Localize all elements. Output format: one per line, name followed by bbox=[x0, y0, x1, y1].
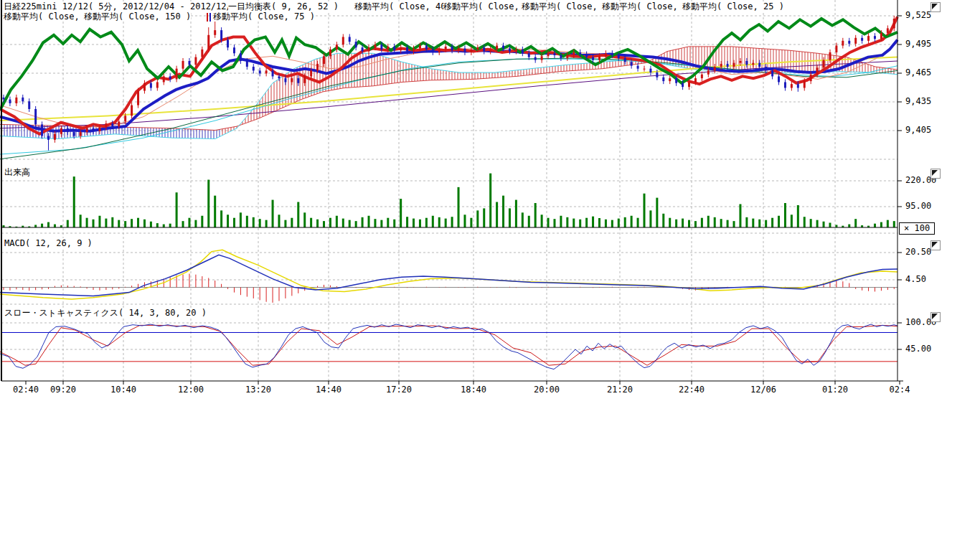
volume-bar bbox=[272, 200, 274, 227]
volume-bar bbox=[349, 220, 351, 227]
candle-body bbox=[451, 47, 453, 50]
candle-body bbox=[733, 63, 735, 67]
candle-body bbox=[118, 121, 120, 126]
candle-body bbox=[644, 69, 646, 70]
volume-bar bbox=[54, 225, 56, 227]
volume-bar bbox=[86, 218, 88, 227]
candle-body bbox=[131, 105, 133, 116]
candle-body bbox=[656, 72, 658, 77]
volume-bar bbox=[310, 218, 312, 227]
triangle-nw-icon bbox=[932, 4, 938, 9]
candle-body bbox=[553, 53, 555, 55]
candle-body bbox=[368, 47, 370, 51]
panel-collapse-icon[interactable] bbox=[930, 312, 941, 322]
volume-bar bbox=[265, 220, 268, 227]
candle-body bbox=[323, 56, 325, 64]
volume-bar bbox=[303, 212, 306, 227]
panel-collapse-icon[interactable] bbox=[930, 240, 941, 250]
volume-bar bbox=[669, 218, 671, 227]
candle-body bbox=[297, 78, 299, 83]
volume-bar bbox=[835, 225, 837, 227]
x-axis-label: 13:20 bbox=[245, 385, 271, 395]
stoch-percent-k bbox=[0, 324, 897, 369]
volume-bar bbox=[804, 217, 806, 227]
volume-bar bbox=[566, 217, 568, 227]
candle-body bbox=[714, 67, 716, 70]
panel-collapse-icon[interactable] bbox=[930, 169, 941, 179]
candle-body bbox=[797, 84, 799, 88]
volume-bar bbox=[522, 212, 524, 227]
volume-bar bbox=[253, 217, 255, 227]
candle-body bbox=[771, 70, 773, 76]
candle-body bbox=[752, 63, 754, 65]
candle-body bbox=[143, 83, 146, 91]
candle-body bbox=[355, 42, 357, 47]
volume-bar bbox=[98, 216, 100, 227]
x-axis-label: 02:4 bbox=[890, 385, 910, 395]
volume-bar bbox=[169, 224, 171, 227]
candle-body bbox=[528, 53, 530, 57]
volume-bar bbox=[528, 216, 530, 227]
candle-body bbox=[176, 69, 178, 80]
candle-body bbox=[80, 132, 82, 136]
panel-collapse-icon[interactable] bbox=[930, 2, 941, 12]
volume-bar bbox=[682, 219, 684, 227]
candle-body bbox=[662, 77, 664, 81]
candle-body bbox=[707, 70, 710, 74]
candle-body bbox=[682, 83, 684, 87]
x-axis-label: 01:20 bbox=[822, 385, 848, 395]
candle-body bbox=[893, 19, 895, 28]
volume-bar bbox=[592, 217, 594, 227]
candle-body bbox=[598, 56, 600, 60]
x-axis-label: 17:20 bbox=[386, 385, 412, 395]
candle-body bbox=[810, 75, 812, 81]
volume-bar bbox=[156, 223, 159, 227]
candle-body bbox=[483, 47, 485, 51]
volume-bar bbox=[502, 196, 504, 227]
candle-body bbox=[362, 47, 364, 51]
candle-body bbox=[585, 55, 588, 57]
volume-bar bbox=[515, 200, 517, 227]
volume-bar bbox=[438, 217, 440, 227]
volume-bar bbox=[644, 194, 646, 227]
candle-body bbox=[240, 53, 242, 61]
candle-body bbox=[458, 49, 460, 51]
candle-body bbox=[445, 47, 447, 50]
candle-body bbox=[509, 49, 511, 52]
volume-bar bbox=[854, 219, 857, 227]
candle-body bbox=[28, 101, 30, 109]
volume-bar bbox=[67, 220, 69, 227]
candle-body bbox=[727, 64, 729, 67]
candle-body bbox=[253, 67, 255, 70]
volume-bar bbox=[105, 219, 107, 227]
volume-bar bbox=[714, 217, 716, 227]
stoch-percent-d bbox=[0, 325, 897, 365]
candle-body bbox=[349, 37, 351, 42]
candle-body bbox=[400, 47, 402, 50]
volume-bar bbox=[419, 220, 421, 227]
candle-body bbox=[163, 76, 165, 82]
candle-body bbox=[592, 57, 594, 60]
volume-bar bbox=[579, 220, 581, 227]
volume-bar bbox=[425, 218, 428, 227]
volume-bar bbox=[118, 220, 120, 227]
candle-body bbox=[47, 136, 50, 140]
chart-canvas[interactable] bbox=[0, 0, 980, 402]
volume-bar bbox=[297, 202, 299, 227]
volume-bar bbox=[182, 221, 184, 227]
candle-body bbox=[541, 56, 543, 60]
volume-bar bbox=[342, 219, 344, 227]
volume-bar bbox=[707, 216, 710, 227]
candle-body bbox=[124, 116, 126, 121]
x-axis-label: 10:40 bbox=[110, 385, 136, 395]
volume-bar bbox=[823, 222, 825, 227]
candle-body bbox=[342, 37, 344, 44]
volume-bar bbox=[745, 217, 748, 227]
volume-bar bbox=[534, 203, 537, 227]
candle-body bbox=[739, 61, 741, 63]
candle-body bbox=[137, 91, 139, 105]
volume-bar bbox=[810, 219, 812, 227]
candle-body bbox=[861, 38, 863, 41]
legend-item-line1-2: 移動平均( Close, 40 ) bbox=[354, 1, 456, 11]
candle-body bbox=[688, 82, 690, 87]
